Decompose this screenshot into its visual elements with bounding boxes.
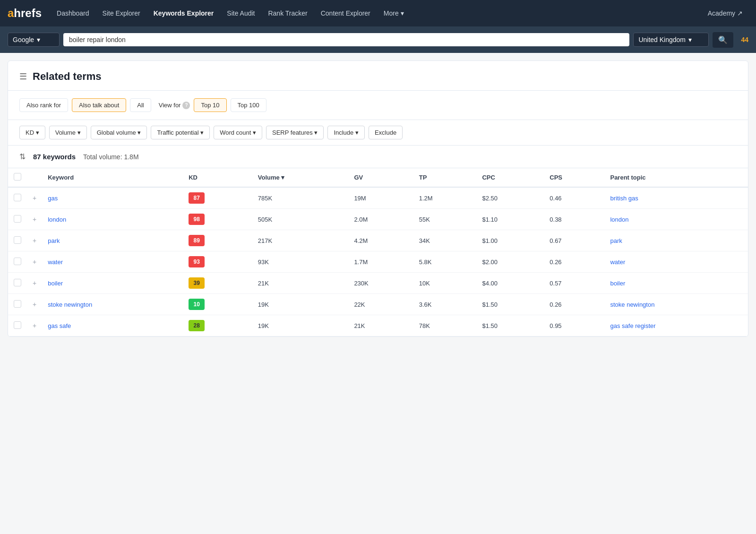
th-gv[interactable]: GV — [348, 168, 413, 187]
row-checkbox-4[interactable] — [14, 279, 21, 286]
row-checkbox-cell — [8, 294, 27, 315]
row-cps-3: 0.26 — [544, 251, 604, 273]
row-plus-cell: + — [27, 315, 42, 336]
filter-include[interactable]: Include ▾ — [327, 126, 365, 139]
row-add-icon-2[interactable]: + — [33, 237, 36, 244]
nav-site-explorer[interactable]: Site Explorer — [97, 6, 146, 21]
parent-topic-link-0[interactable]: british gas — [610, 195, 638, 202]
row-parent-topic-6: gas safe register — [604, 315, 748, 336]
row-checkbox-3[interactable] — [14, 258, 21, 265]
keyword-link-3[interactable]: water — [48, 258, 63, 266]
th-parent-topic[interactable]: Parent topic — [604, 168, 748, 187]
row-tp-1: 55K — [413, 209, 477, 230]
row-gv-3: 1.7M — [348, 251, 413, 273]
view-top100[interactable]: Top 100 — [231, 98, 266, 112]
row-cpc-1: $1.10 — [476, 209, 544, 230]
tab-also-talk-about[interactable]: Also talk about — [72, 98, 126, 112]
row-tp-0: 1.2M — [413, 187, 477, 209]
row-add-icon-6[interactable]: + — [33, 322, 36, 329]
nav-dashboard[interactable]: Dashboard — [51, 6, 95, 21]
parent-topic-link-4[interactable]: boiler — [610, 280, 625, 287]
th-tp[interactable]: TP — [413, 168, 477, 187]
row-checkbox-1[interactable] — [14, 215, 21, 223]
row-add-icon-3[interactable]: + — [33, 258, 36, 266]
row-volume-5: 19K — [252, 294, 349, 315]
row-kd-6: 28 — [183, 315, 252, 336]
row-add-icon-5[interactable]: + — [33, 301, 36, 308]
engine-select[interactable]: Google ▾ — [8, 33, 60, 47]
search-button[interactable]: 🔍 — [713, 32, 733, 48]
row-add-icon-0[interactable]: + — [33, 194, 36, 202]
row-checkbox-0[interactable] — [14, 194, 21, 201]
row-keyword-5: stoke newington — [42, 294, 183, 315]
keyword-link-5[interactable]: stoke newington — [48, 301, 92, 308]
hamburger-icon[interactable]: ☰ — [19, 71, 27, 82]
row-cps-2: 0.67 — [544, 230, 604, 251]
nav-more[interactable]: More ▾ — [378, 6, 410, 21]
row-volume-4: 21K — [252, 273, 349, 294]
kd-badge-0: 87 — [189, 192, 205, 204]
country-select[interactable]: United Kingdom ▾ — [633, 33, 709, 47]
th-cps[interactable]: CPS — [544, 168, 604, 187]
parent-topic-link-3[interactable]: water — [610, 258, 625, 266]
row-plus-cell: + — [27, 294, 42, 315]
table-row: + park 89 217K 4.2M 34K $1.00 0.67 park — [8, 230, 748, 251]
parent-topic-link-5[interactable]: stoke newington — [610, 301, 654, 308]
row-plus-cell: + — [27, 230, 42, 251]
tab-all[interactable]: All — [130, 98, 151, 112]
parent-topic-link-1[interactable]: london — [610, 216, 628, 223]
filter-serp-features[interactable]: SERP features ▾ — [266, 126, 324, 139]
sort-icon[interactable]: ⇅ — [19, 152, 26, 161]
view-for-help-icon[interactable]: ? — [182, 102, 190, 109]
keyword-link-1[interactable]: london — [48, 216, 66, 223]
row-tp-3: 5.8K — [413, 251, 477, 273]
row-kd-5: 10 — [183, 294, 252, 315]
th-checkbox — [8, 168, 27, 187]
select-all-checkbox[interactable] — [14, 173, 21, 181]
row-gv-4: 230K — [348, 273, 413, 294]
filter-volume[interactable]: Volume ▾ — [49, 126, 87, 139]
nav-content-explorer[interactable]: Content Explorer — [315, 6, 376, 21]
parent-topic-link-6[interactable]: gas safe register — [610, 322, 655, 329]
row-kd-0: 87 — [183, 187, 252, 209]
filter-section: Also rank for Also talk about All View f… — [8, 91, 748, 120]
keyword-link-6[interactable]: gas safe — [48, 322, 71, 329]
kd-badge-5: 10 — [189, 299, 205, 310]
row-tp-6: 78K — [413, 315, 477, 336]
row-parent-topic-5: stoke newington — [604, 294, 748, 315]
row-plus-cell: + — [27, 251, 42, 273]
keyword-link-4[interactable]: boiler — [48, 280, 63, 287]
row-checkbox-2[interactable] — [14, 236, 21, 244]
row-volume-2: 217K — [252, 230, 349, 251]
tab-also-rank-for[interactable]: Also rank for — [19, 98, 68, 112]
row-parent-topic-0: british gas — [604, 187, 748, 209]
row-add-icon-4[interactable]: + — [33, 279, 36, 287]
nav-site-audit[interactable]: Site Audit — [221, 6, 260, 21]
nav-keywords-explorer[interactable]: Keywords Explorer — [148, 6, 220, 21]
filter-exclude[interactable]: Exclude — [369, 126, 403, 139]
search-input[interactable]: boiler repair london — [63, 33, 629, 46]
th-cpc[interactable]: CPC — [476, 168, 544, 187]
th-volume[interactable]: Volume ▾ — [252, 168, 349, 187]
row-keyword-0: gas — [42, 187, 183, 209]
kd-badge-3: 93 — [189, 256, 205, 267]
row-add-icon-1[interactable]: + — [33, 215, 36, 223]
filter-global-volume[interactable]: Global volume ▾ — [91, 126, 147, 139]
filter-traffic-potential[interactable]: Traffic potential ▾ — [151, 126, 210, 139]
view-top10[interactable]: Top 10 — [194, 98, 226, 112]
row-checkbox-cell — [8, 230, 27, 251]
keyword-link-0[interactable]: gas — [48, 195, 58, 202]
row-gv-1: 2.0M — [348, 209, 413, 230]
filter-kd[interactable]: KD ▾ — [19, 126, 45, 139]
th-plus — [27, 168, 42, 187]
table-row: + gas safe 28 19K 21K 78K $1.50 0.95 gas… — [8, 315, 748, 336]
row-checkbox-6[interactable] — [14, 321, 21, 329]
keyword-link-2[interactable]: park — [48, 237, 60, 244]
top-nav: ahrefs Dashboard Site Explorer Keywords … — [0, 0, 756, 26]
filter-word-count[interactable]: Word count ▾ — [214, 126, 262, 139]
th-kd[interactable]: KD — [183, 168, 252, 187]
parent-topic-link-2[interactable]: park — [610, 237, 622, 244]
nav-rank-tracker[interactable]: Rank Tracker — [262, 6, 313, 21]
nav-academy[interactable]: Academy ↗ — [702, 6, 748, 21]
row-checkbox-5[interactable] — [14, 300, 21, 308]
